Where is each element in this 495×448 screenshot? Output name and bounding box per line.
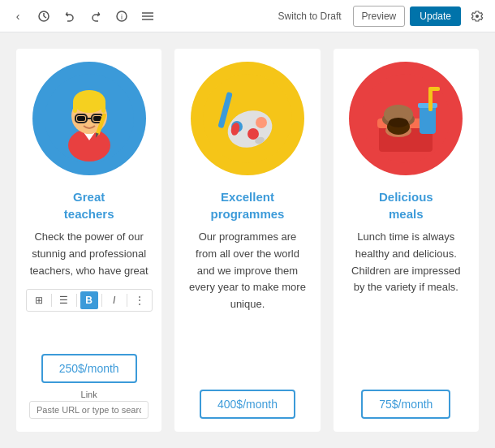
separator	[76, 294, 77, 307]
card-food-title: Delicious meals	[379, 188, 433, 222]
more-options-icon[interactable]: ⋮	[131, 291, 148, 309]
menu-icon[interactable]	[136, 5, 159, 28]
card-art-text: Our programmes are from all over the wor…	[187, 229, 307, 313]
align-icon[interactable]: ☰	[55, 291, 73, 309]
svg-point-42	[389, 118, 408, 127]
bold-icon[interactable]: B	[80, 291, 98, 309]
toolbar-right: Switch to Draft Preview Update	[272, 5, 489, 28]
switch-to-draft-button[interactable]: Switch to Draft	[272, 7, 348, 25]
card-art: Excellent programmes Our programmes are …	[174, 49, 320, 432]
card-teacher-title: Great teachers	[64, 188, 114, 222]
art-illustration	[191, 62, 304, 175]
separator	[51, 294, 52, 307]
update-button[interactable]: Update	[410, 6, 461, 26]
svg-point-26	[248, 128, 259, 140]
settings-icon[interactable]	[466, 5, 489, 28]
svg-rect-19	[77, 116, 85, 121]
back-icon[interactable]: ‹	[6, 5, 29, 28]
card-food-price-button[interactable]: 75$/month	[361, 390, 450, 419]
svg-rect-36	[420, 105, 436, 134]
svg-rect-39	[428, 87, 440, 91]
card-teacher-text: Check the power of our stunnig and profe…	[29, 229, 148, 279]
link-input[interactable]	[29, 401, 148, 419]
teacher-illustration	[32, 62, 146, 175]
card-food: Delicious meals Lunch time is always hea…	[334, 49, 479, 432]
italic-icon[interactable]: I	[105, 291, 123, 309]
info-icon[interactable]: i	[110, 5, 133, 28]
card-teacher-price-button[interactable]: 250$/month	[41, 354, 137, 383]
toolbar-left: ‹ i	[6, 5, 267, 28]
block-type-icon[interactable]: ⊞	[30, 291, 48, 309]
separator	[127, 294, 127, 307]
card-art-price-button[interactable]: 400$/month	[200, 390, 295, 419]
link-label: Link	[81, 390, 97, 399]
content-area: Great teachers Check the power of our st…	[0, 32, 495, 448]
undo-history-icon[interactable]	[32, 5, 55, 28]
svg-rect-15	[101, 101, 105, 113]
separator	[101, 294, 102, 307]
svg-text:i: i	[121, 13, 123, 21]
card-teacher: Great teachers Check the power of our st…	[16, 49, 161, 432]
link-input-wrapper: Link	[29, 390, 148, 419]
card-food-text: Lunch time is always healthy and delicio…	[346, 229, 466, 296]
svg-rect-20	[93, 116, 101, 121]
food-illustration	[349, 62, 463, 175]
svg-rect-14	[73, 101, 77, 113]
undo-icon[interactable]	[58, 5, 81, 28]
inline-editor-toolbar: ⊞ ☰ B I ⋮	[26, 289, 153, 312]
svg-rect-37	[418, 103, 437, 108]
redo-icon[interactable]	[84, 5, 107, 28]
preview-button[interactable]: Preview	[353, 6, 406, 27]
svg-point-13	[73, 90, 105, 113]
top-toolbar: ‹ i Switch to Draft Preview Update	[0, 0, 495, 32]
svg-line-2	[44, 16, 46, 18]
svg-rect-38	[428, 88, 433, 111]
card-art-title: Excellent programmes	[211, 188, 285, 222]
svg-point-27	[256, 117, 267, 128]
